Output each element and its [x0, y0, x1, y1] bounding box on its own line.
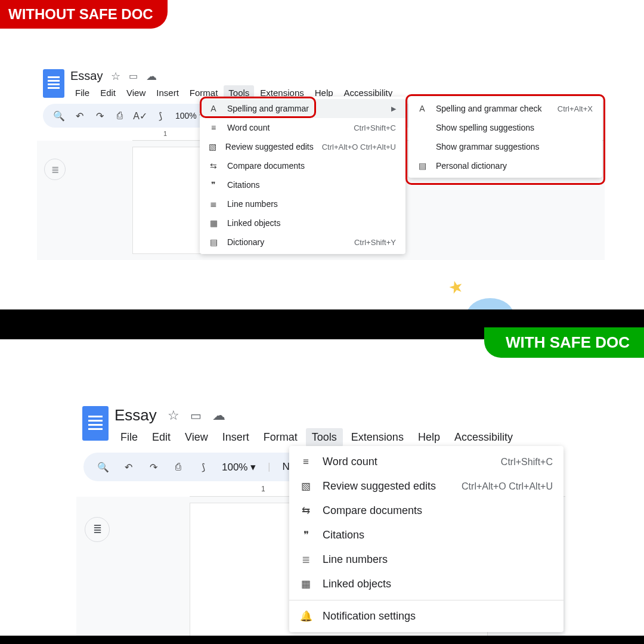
paint-format-icon[interactable]: ⟆: [197, 460, 210, 473]
menu-shortcut: Ctrl+Shift+Y: [354, 238, 396, 247]
submenu-arrow-icon: ▶: [391, 105, 396, 113]
compare-icon: ⇆: [300, 504, 312, 517]
menu-shortcut: Ctrl+Shift+C: [354, 123, 396, 132]
docs-logo-icon[interactable]: [43, 69, 64, 98]
spellcheck-toolbar-icon[interactable]: A✓: [135, 110, 145, 121]
compare-icon: ⇆: [208, 161, 219, 171]
move-folder-icon[interactable]: ▭: [129, 70, 138, 82]
menu-extensions[interactable]: Extensions: [345, 428, 410, 447]
menu-item-spelling-and-grammar[interactable]: ASpelling and grammar▶: [200, 99, 405, 118]
menu-tools[interactable]: Tools: [306, 428, 343, 447]
bottom-bar: [0, 636, 644, 644]
menu-item-label: Show grammar suggestions: [436, 142, 593, 151]
bell-icon: 🔔: [300, 610, 312, 623]
paint-format-icon[interactable]: ⟆: [155, 110, 166, 121]
menu-item-compare-documents[interactable]: ⇆Compare documents: [200, 156, 405, 175]
menu-edit[interactable]: Edit: [146, 428, 177, 447]
lines-icon: ≣: [300, 553, 312, 566]
menu-file[interactable]: File: [70, 85, 94, 100]
menu-item-label: Personal dictionary: [436, 161, 593, 171]
menu-shortcut: Ctrl+Alt+X: [558, 104, 593, 113]
menu-item-compare-documents[interactable]: ⇆Compare documents: [289, 499, 564, 523]
menu-shortcut: Ctrl+Shift+C: [501, 457, 553, 467]
menu-item-label: Linked objects: [227, 218, 396, 228]
tools-dropdown: ASpelling and grammar▶≡Word countCtrl+Sh…: [200, 97, 405, 254]
menu-item-linked-objects[interactable]: ▦Linked objects: [289, 572, 564, 596]
menu-item-label: Linked objects: [323, 578, 553, 590]
cloud-status-icon[interactable]: ☁: [212, 408, 225, 423]
menu-view[interactable]: View: [179, 428, 214, 447]
menu-item-notification-settings[interactable]: 🔔Notification settings: [289, 604, 564, 628]
star-icon[interactable]: ☆: [111, 70, 120, 83]
menu-format[interactable]: Format: [258, 428, 304, 447]
menu-item-personal-dictionary[interactable]: ▤Personal dictionary: [408, 156, 602, 175]
menu-bar: FileEditViewInsertFormatToolsExtensionsH…: [114, 428, 519, 447]
menu-item-label: Review suggested edits: [323, 480, 451, 493]
menu-item-label: Compare documents: [227, 161, 396, 171]
outline-toggle-icon[interactable]: ≣: [44, 159, 66, 180]
print-icon[interactable]: ⎙: [172, 460, 185, 473]
menu-file[interactable]: File: [114, 428, 144, 447]
star-icon[interactable]: ☆: [168, 408, 179, 423]
menu-item-label: Line numbers: [323, 553, 553, 566]
redo-icon[interactable]: ↷: [147, 460, 160, 473]
print-icon[interactable]: ⎙: [114, 110, 125, 121]
menu-insert[interactable]: Insert: [216, 428, 255, 447]
menu-item-label: Word count: [227, 123, 345, 132]
menu-item-dictionary[interactable]: ▤DictionaryCtrl+Shift+Y: [200, 233, 405, 252]
lines-icon: ≣: [208, 199, 219, 209]
menu-item-show-spelling-suggestions[interactable]: Show spelling suggestions: [408, 118, 602, 137]
menu-insert[interactable]: Insert: [151, 85, 184, 100]
menu-edit[interactable]: Edit: [95, 85, 120, 100]
menu-accessibility[interactable]: Accessibility: [448, 428, 519, 447]
menu-item-label: Compare documents: [323, 504, 553, 517]
linked-icon: ▦: [208, 218, 219, 228]
docs-logo-icon[interactable]: [82, 406, 109, 441]
menu-item-label: Line numbers: [227, 199, 396, 209]
zoom-level[interactable]: 100% ▾: [222, 461, 256, 473]
menu-item-label: Word count: [323, 456, 490, 468]
search-icon[interactable]: 🔍: [54, 110, 64, 121]
menu-shortcut: Ctrl+Alt+O Ctrl+Alt+U: [322, 143, 396, 151]
wordcount-icon: ≡: [208, 123, 219, 132]
move-folder-icon[interactable]: ▭: [190, 408, 202, 423]
dict-icon: ▤: [208, 237, 219, 247]
badge-without-safedoc: WITHOUT SAFE DOC: [0, 0, 168, 29]
quote-icon: ❞: [208, 180, 219, 190]
quote-icon: ❞: [300, 529, 312, 541]
cloud-status-icon[interactable]: ☁: [146, 70, 157, 83]
spellcheck-icon: A: [417, 104, 428, 113]
menu-item-label: Review suggested edits: [225, 142, 314, 151]
spelling-submenu: ASpelling and grammar checkCtrl+Alt+XSho…: [408, 97, 602, 178]
search-icon[interactable]: 🔍: [97, 460, 110, 473]
menu-item-label: Citations: [323, 529, 553, 541]
document-title[interactable]: Essay: [70, 69, 103, 83]
menu-item-word-count[interactable]: ≡Word countCtrl+Shift+C: [289, 450, 564, 474]
menu-item-citations[interactable]: ❞Citations: [289, 523, 564, 547]
menu-item-spelling-and-grammar-check[interactable]: ASpelling and grammar checkCtrl+Alt+X: [408, 99, 602, 118]
menu-help[interactable]: Help: [412, 428, 446, 447]
undo-icon[interactable]: ↶: [74, 110, 85, 121]
menu-shortcut: Ctrl+Alt+O Ctrl+Alt+U: [462, 481, 553, 492]
menu-item-label: Dictionary: [227, 237, 346, 247]
menu-item-label: Citations: [227, 180, 396, 190]
wordcount-icon: ≡: [300, 456, 312, 468]
outline-toggle-icon[interactable]: ≣: [85, 517, 110, 542]
menu-item-label: Spelling and grammar check: [436, 104, 549, 113]
tools-dropdown: ≡Word countCtrl+Shift+C▧Review suggested…: [289, 446, 564, 632]
menu-item-line-numbers[interactable]: ≣Line numbers: [200, 194, 405, 213]
menu-item-line-numbers[interactable]: ≣Line numbers: [289, 547, 564, 572]
menu-item-label: Show spelling suggestions: [436, 123, 593, 132]
menu-item-citations[interactable]: ❞Citations: [200, 175, 405, 194]
document-title[interactable]: Essay: [114, 406, 157, 425]
menu-item-review-suggested-edits[interactable]: ▧Review suggested editsCtrl+Alt+O Ctrl+A…: [200, 137, 405, 156]
menu-item-word-count[interactable]: ≡Word countCtrl+Shift+C: [200, 118, 405, 137]
redo-icon[interactable]: ↷: [94, 110, 105, 121]
menu-view[interactable]: View: [122, 85, 150, 100]
undo-icon[interactable]: ↶: [122, 460, 135, 473]
menu-item-show-grammar-suggestions[interactable]: Show grammar suggestions: [408, 137, 602, 156]
menu-item-linked-objects[interactable]: ▦Linked objects: [200, 213, 405, 233]
zoom-level[interactable]: 100% ▾: [175, 111, 203, 120]
menu-item-label: Notification settings: [323, 610, 553, 623]
menu-item-review-suggested-edits[interactable]: ▧Review suggested editsCtrl+Alt+O Ctrl+A…: [289, 474, 564, 499]
